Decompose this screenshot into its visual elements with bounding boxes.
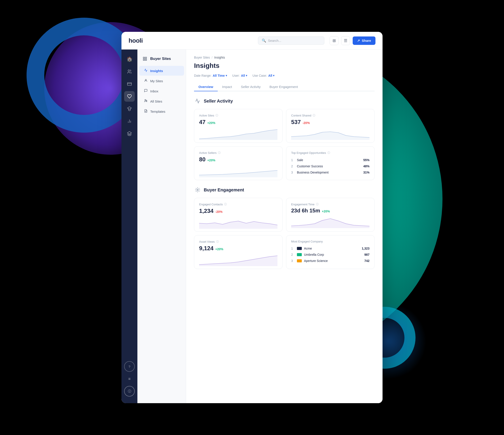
- companies-list: 1 Acme 1,323 2 Umbrella Corp: [291, 245, 369, 264]
- use-case-filter: Use Case: All ▾: [252, 74, 274, 77]
- top-bar-actions: ⊞ ☰ ↗ Share: [330, 36, 376, 45]
- sidebar-insights-label: Insights: [150, 69, 163, 73]
- nav-card-icon[interactable]: [124, 79, 135, 89]
- opp-pct-1: 55%: [363, 158, 369, 162]
- date-range-chevron-icon: ▾: [226, 74, 227, 77]
- asset-views-info-icon[interactable]: ⓘ: [216, 240, 219, 244]
- opp-name-1: Sale: [297, 158, 303, 162]
- nav-graduation-icon[interactable]: [124, 104, 135, 114]
- buyer-engagement-icon: [194, 186, 201, 193]
- opp-row-1: 1 Sale 55%: [291, 157, 369, 163]
- tabs-bar: Overview Impact Seller Activity Buyer En…: [194, 83, 375, 91]
- user-value[interactable]: All ▾: [241, 74, 247, 77]
- inbox-icon: [144, 89, 148, 93]
- nav-info-icon[interactable]: ⓘ: [124, 386, 135, 397]
- engaged-contacts-card: Engaged Contacts ⓘ 1,234 -20%: [194, 198, 283, 232]
- page-title: Insights: [194, 62, 375, 70]
- breadcrumb-parent[interactable]: Buyer Sites: [194, 56, 210, 59]
- date-range-label: Date Range:: [194, 74, 212, 77]
- sidebar-item-inbox[interactable]: Inbox: [139, 86, 184, 96]
- svg-point-0: [128, 70, 130, 71]
- svg-rect-1: [127, 83, 131, 86]
- svg-point-20: [197, 189, 198, 191]
- most-engaged-company-card: Most Engaged Company 1 Acme 1,323: [286, 235, 375, 269]
- sidebar-item-all-sites[interactable]: All Sites: [139, 96, 184, 106]
- asset-views-card: Asset Views ⓘ 9,124 +20%: [194, 235, 283, 269]
- icon-nav: 🏠: [121, 50, 137, 403]
- top-bar: hooli 🔍 Search... ⊞ ☰ ↗ Share: [121, 32, 383, 50]
- active-sites-change: +20%: [207, 121, 215, 125]
- my-sites-icon: [144, 79, 148, 83]
- company-num-3: 3: [291, 259, 295, 263]
- company-logo-2: [297, 253, 302, 256]
- company-count-1: 1,323: [362, 247, 369, 250]
- breadcrumb: Buyer Sites / Insights: [194, 56, 375, 59]
- content-shared-sparkline: [291, 128, 369, 140]
- nav-home-icon[interactable]: 🏠: [124, 54, 135, 65]
- search-icon: 🔍: [262, 38, 266, 43]
- engagement-time-sparkline: [291, 216, 369, 228]
- opp-num-2: 2: [291, 165, 295, 168]
- tab-overview[interactable]: Overview: [194, 83, 218, 91]
- nav-handshake-icon[interactable]: [124, 91, 135, 102]
- nav-contacts-icon[interactable]: [124, 66, 135, 77]
- tab-buyer-engagement[interactable]: Buyer Engagement: [265, 83, 302, 91]
- engagement-time-info-icon[interactable]: ⓘ: [316, 202, 319, 206]
- company-count-2: 987: [364, 253, 369, 256]
- grid-icon-button[interactable]: ⊞: [330, 36, 339, 45]
- breadcrumb-separator: /: [212, 56, 213, 59]
- content-shared-card: Content Shared ⓘ 537 -20%: [286, 109, 375, 143]
- nav-stack-icon[interactable]: [124, 128, 135, 139]
- seller-activity-icon: [194, 97, 201, 104]
- content-shared-info-icon[interactable]: ⓘ: [313, 114, 315, 117]
- secondary-nav: Buyer Sites Insights My Sites: [137, 50, 186, 403]
- app-window: hooli 🔍 Search... ⊞ ☰ ↗ Share 🏠: [121, 32, 383, 403]
- engagement-time-label: Engagement Time ⓘ: [291, 202, 369, 206]
- active-sites-info-icon[interactable]: ⓘ: [216, 114, 218, 117]
- svg-marker-22: [291, 219, 369, 228]
- sidebar-inbox-label: Inbox: [150, 89, 158, 93]
- tab-seller-activity[interactable]: Seller Activity: [236, 83, 265, 91]
- filters-bar: Date Range: All Time ▾ User: All ▾ Use C…: [194, 74, 375, 77]
- svg-point-14: [146, 100, 147, 101]
- seller-activity-section-header: Seller Activity: [194, 97, 375, 104]
- active-sellers-card: Active Sellers ⓘ 80 +20%: [194, 146, 283, 180]
- date-range-value[interactable]: All Time ▾: [213, 74, 227, 77]
- buyer-engagement-title: Buyer Engagement: [204, 187, 244, 192]
- asset-views-sparkline: [199, 254, 278, 266]
- sidebar-item-templates[interactable]: Templates: [139, 106, 184, 116]
- nav-help-icon[interactable]: ?: [124, 361, 135, 372]
- svg-marker-3: [127, 107, 131, 109]
- company-logo-3: [297, 259, 302, 262]
- engagement-time-card: Engagement Time ⓘ 23d 6h 15m +20%: [286, 198, 375, 232]
- svg-rect-10: [145, 59, 147, 61]
- user-label: User:: [232, 74, 240, 77]
- use-case-value[interactable]: All ▾: [268, 74, 275, 77]
- engaged-contacts-info-icon[interactable]: ⓘ: [224, 202, 227, 206]
- share-button[interactable]: ↗ Share: [353, 36, 376, 45]
- svg-rect-11: [143, 59, 145, 61]
- sidebar-my-sites-label: My Sites: [150, 79, 163, 83]
- opp-name-3: Business Development: [297, 171, 329, 174]
- active-sites-label: Active Sites ⓘ: [199, 114, 278, 117]
- sidebar-item-insights[interactable]: Insights: [139, 66, 184, 76]
- active-sellers-info-icon[interactable]: ⓘ: [218, 151, 221, 155]
- list-icon-button[interactable]: ☰: [341, 36, 350, 45]
- active-sellers-value: 80 +20%: [199, 156, 278, 163]
- engagement-time-value: 23d 6h 15m +20%: [291, 208, 369, 214]
- logo: hooli: [128, 37, 143, 44]
- company-row-3: 3 Aperture Science 742: [291, 258, 369, 264]
- nav-menu-icon[interactable]: ≡: [124, 374, 135, 384]
- sidebar-all-sites-label: All Sites: [150, 99, 162, 103]
- nav-chart-icon[interactable]: [124, 116, 135, 126]
- main-area: 🏠: [121, 50, 383, 403]
- top-opp-info-icon[interactable]: ⓘ: [327, 151, 330, 155]
- search-bar[interactable]: 🔍 Search...: [258, 36, 324, 45]
- active-sellers-sparkline: [199, 165, 278, 177]
- company-count-3: 742: [364, 259, 369, 263]
- engaged-contacts-change: -20%: [215, 210, 223, 214]
- svg-marker-21: [199, 221, 278, 229]
- share-label: Share: [362, 39, 371, 43]
- tab-impact[interactable]: Impact: [218, 83, 236, 91]
- sidebar-item-my-sites[interactable]: My Sites: [139, 76, 184, 86]
